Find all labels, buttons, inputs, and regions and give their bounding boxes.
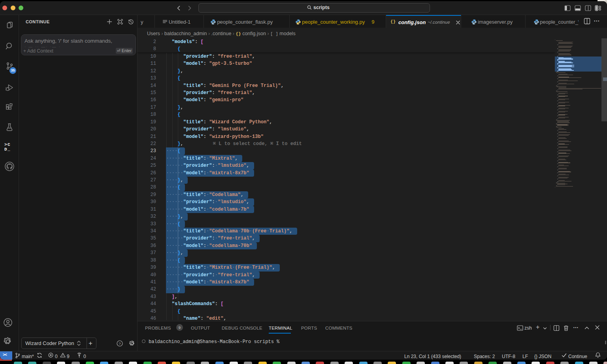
- svg-text:?: ?: [119, 341, 121, 346]
